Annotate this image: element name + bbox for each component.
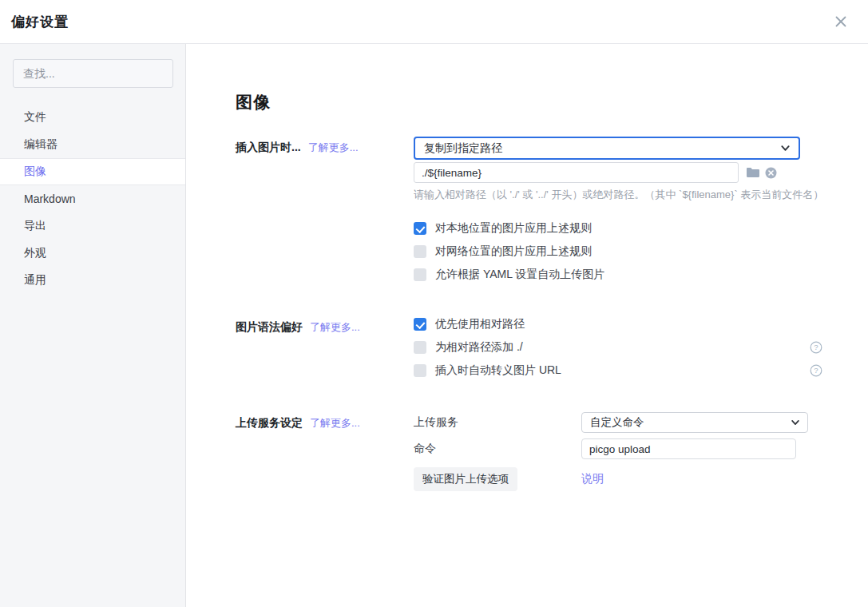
main-panel: 图像 插入图片时...了解更多... 复制到指定路径 <box>186 44 868 607</box>
learn-more-link[interactable]: 了解更多... <box>310 321 360 333</box>
section-controls: 优先使用相对路径 为相对路径添加 ./ ? <box>414 316 822 379</box>
checkbox-add-dot-slash[interactable] <box>414 341 426 354</box>
help-circle-icon: ? <box>810 341 822 354</box>
learn-more-link[interactable]: 了解更多... <box>308 141 359 153</box>
dialog-body: 文件 编辑器 图像 Markdown 导出 外观 通用 <box>0 44 868 607</box>
section-title: 图片语法偏好 <box>236 320 303 333</box>
sidebar-item-export[interactable]: 导出 <box>0 212 185 240</box>
select-value: 复制到指定路径 <box>424 141 502 156</box>
checkbox-row-local-images: 对本地位置的图片应用上述规则 <box>414 220 822 236</box>
help-button[interactable]: ? <box>810 364 822 377</box>
sidebar-item-label: 图像 <box>24 165 46 179</box>
x-circle-icon <box>765 167 777 179</box>
sidebar-item-label: 通用 <box>24 273 46 288</box>
upload-docs-link[interactable]: 说明 <box>581 472 604 486</box>
checkbox-label: 允许根据 YAML 设置自动上传图片 <box>435 268 604 282</box>
path-hint-text: 请输入相对路径（以 './' 或 '../' 开头）或绝对路径。（其中 `${f… <box>414 188 822 202</box>
sidebar: 文件 编辑器 图像 Markdown 导出 外观 通用 <box>0 44 186 607</box>
dialog-header: 偏好设置 <box>0 0 868 44</box>
help-button[interactable]: ? <box>810 341 822 354</box>
sidebar-item-label: Markdown <box>24 192 76 205</box>
checkbox-row-relative-path: 优先使用相对路径 <box>414 316 822 332</box>
checkbox-row-add-dot-slash: 为相对路径添加 ./ ? <box>414 339 822 355</box>
select-value: 自定义命令 <box>590 415 644 430</box>
section-title: 上传服务设定 <box>236 416 303 429</box>
svg-text:?: ? <box>814 343 818 351</box>
validate-button-col: 验证图片上传选项 <box>414 467 581 491</box>
sidebar-item-label: 文件 <box>24 110 46 125</box>
page-title: 图像 <box>236 92 868 113</box>
checkbox-label: 为相对路径添加 ./ <box>435 340 523 355</box>
sidebar-item-label: 外观 <box>24 246 46 260</box>
upload-service-label: 上传服务 <box>414 415 581 430</box>
section-label-col: 图片语法偏好了解更多... <box>236 316 414 379</box>
section-title: 插入图片时... <box>236 141 301 153</box>
checkbox-label: 对网络位置的图片应用上述规则 <box>435 244 592 259</box>
sidebar-item-editor[interactable]: 编辑器 <box>0 131 185 158</box>
checkbox-label: 优先使用相对路径 <box>435 317 525 331</box>
checkbox-label: 对本地位置的图片应用上述规则 <box>435 221 592 236</box>
upload-service-row: 上传服务 自定义命令 <box>414 412 822 433</box>
preferences-dialog: 偏好设置 文件 编辑器 图像 Markdown <box>0 0 868 607</box>
dialog-title: 偏好设置 <box>11 13 69 31</box>
sidebar-item-markdown[interactable]: Markdown <box>0 185 185 212</box>
learn-more-link[interactable]: 了解更多... <box>310 417 360 429</box>
section-upload-service: 上传服务设定了解更多... 上传服务 自定义命令 命令 <box>236 412 868 497</box>
insert-checkbox-group: 对本地位置的图片应用上述规则 对网络位置的图片应用上述规则 允许根据 YAML … <box>414 220 822 283</box>
checkbox-online-images[interactable] <box>414 245 426 258</box>
command-label: 命令 <box>414 442 581 456</box>
validate-upload-button[interactable]: 验证图片上传选项 <box>414 467 517 491</box>
section-image-syntax: 图片语法偏好了解更多... 优先使用相对路径 为相对路径添加 ./ ? <box>236 316 868 379</box>
sidebar-item-label: 编辑器 <box>24 137 57 152</box>
path-row <box>414 162 822 183</box>
section-label-col: 插入图片时...了解更多... <box>236 137 414 283</box>
sidebar-item-general[interactable]: 通用 <box>0 267 185 294</box>
checkbox-row-escape-url: 插入时自动转义图片 URL ? <box>414 363 822 379</box>
sidebar-item-image[interactable]: 图像 <box>0 158 185 185</box>
section-insert-image: 插入图片时...了解更多... 复制到指定路径 <box>236 137 868 283</box>
command-input[interactable] <box>581 438 796 459</box>
command-row: 命令 <box>414 438 822 459</box>
sidebar-item-file[interactable]: 文件 <box>0 104 185 131</box>
sidebar-item-appearance[interactable]: 外观 <box>0 240 185 267</box>
clear-path-button[interactable] <box>765 167 777 179</box>
close-icon <box>834 14 848 29</box>
checkbox-escape-image-url[interactable] <box>414 364 426 377</box>
browse-folder-button[interactable] <box>746 167 760 178</box>
section-label-col: 上传服务设定了解更多... <box>236 412 414 497</box>
chevron-down-icon <box>791 418 800 427</box>
checkbox-prefer-relative-path[interactable] <box>414 318 426 331</box>
chevron-down-icon <box>780 143 791 153</box>
sidebar-item-label: 导出 <box>24 219 46 233</box>
search-input[interactable] <box>13 59 173 88</box>
checkbox-row-yaml-upload: 允许根据 YAML 设置自动上传图片 <box>414 267 822 283</box>
svg-text:?: ? <box>814 366 818 375</box>
folder-icon <box>746 167 760 178</box>
checkbox-local-images[interactable] <box>414 222 426 235</box>
checkbox-label: 插入时自动转义图片 URL <box>435 363 561 378</box>
checkbox-row-online-images: 对网络位置的图片应用上述规则 <box>414 244 822 260</box>
insert-action-select[interactable]: 复制到指定路径 <box>414 137 800 160</box>
close-button[interactable] <box>831 12 850 31</box>
upload-service-select[interactable]: 自定义命令 <box>581 412 808 433</box>
section-controls: 上传服务 自定义命令 命令 验证图 <box>414 412 822 497</box>
validate-row: 验证图片上传选项 说明 <box>414 467 822 491</box>
sidebar-nav: 文件 编辑器 图像 Markdown 导出 外观 通用 <box>0 104 185 294</box>
section-controls: 复制到指定路径 <box>414 137 822 283</box>
image-path-input[interactable] <box>414 162 739 183</box>
help-circle-icon: ? <box>810 364 822 377</box>
checkbox-yaml-upload[interactable] <box>414 268 426 281</box>
